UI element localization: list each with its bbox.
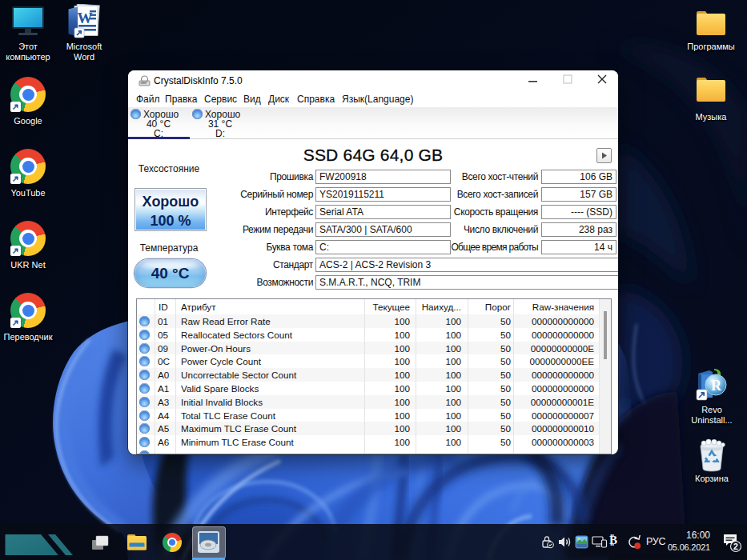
svg-text:2: 2	[733, 542, 738, 551]
svg-text:R: R	[711, 378, 722, 394]
